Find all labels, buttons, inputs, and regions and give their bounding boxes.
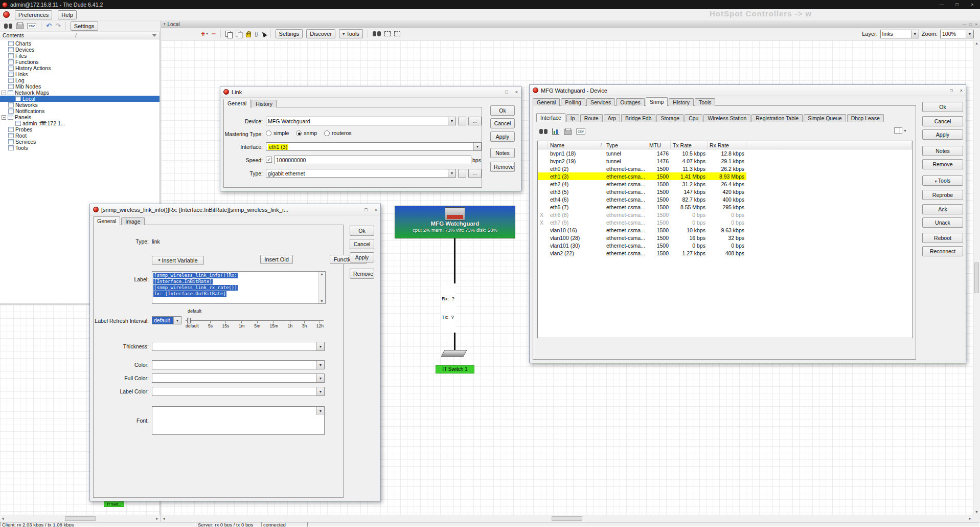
zoom-select-icon[interactable]	[384, 31, 391, 36]
pointer-tool-icon[interactable]	[260, 30, 267, 37]
dialog-button[interactable]: Reprobe	[922, 190, 963, 200]
collapse-icon[interactable]	[2, 115, 6, 120]
scroll-left-icon[interactable]: ◄	[162, 517, 166, 520]
redo-icon[interactable]: ↷	[55, 23, 61, 29]
dropdown-icon[interactable]: ▼	[316, 387, 324, 396]
dialog-button[interactable]: Unack	[922, 217, 963, 228]
chart-icon[interactable]	[552, 128, 559, 135]
dialog-tab[interactable]: Image	[121, 217, 144, 225]
dropdown-icon[interactable]: ▼	[448, 169, 455, 177]
insert-oid-button[interactable]: Insert Oid	[260, 255, 293, 264]
map-horizontal-scrollbar[interactable]: ◄ ►	[161, 515, 973, 522]
interface-select[interactable]: eth1 (3) ▼	[266, 142, 482, 151]
mtu-column-header[interactable]: MTU	[647, 141, 671, 149]
map-titlebar[interactable]: ▾ Local — □ ×	[161, 21, 980, 28]
mastering-radio[interactable]: routeros	[324, 130, 352, 136]
lock-icon[interactable]	[246, 33, 251, 37]
dialog-tab[interactable]: Outages	[616, 98, 645, 106]
device-select[interactable]: MFG Watchguard ▼	[266, 117, 456, 125]
menu-button[interactable]: Preferences	[15, 10, 52, 19]
dialog-button[interactable]: Ok	[350, 226, 374, 236]
csv-export-icon[interactable]: csv	[27, 23, 36, 29]
zoom-select[interactable]: 100% ▼	[940, 30, 974, 38]
dialog-button[interactable]: Apply	[350, 252, 374, 262]
scroll-left-icon[interactable]: ◄	[1, 517, 5, 520]
layer-select[interactable]: links ▼	[880, 30, 919, 38]
subtab[interactable]: Ip	[566, 114, 579, 122]
dialog-button[interactable]: Notes	[490, 148, 515, 158]
tree-item[interactable]: Networks	[0, 102, 159, 108]
type-column-header[interactable]: Type	[604, 141, 647, 149]
tree-item[interactable]: Files	[0, 53, 159, 59]
interface-row[interactable]: eth1 (3) ethernet-csma... 1500 1.41 Mbps…	[538, 172, 912, 180]
interface-row[interactable]: vlan101 (30) ethernet-csma... 1500 0 bps…	[538, 241, 912, 249]
scroll-right-icon[interactable]: ►	[968, 517, 972, 520]
refresh-interval-select[interactable]: default ▼	[152, 316, 181, 324]
slider-track[interactable]	[186, 320, 324, 321]
full-color-select[interactable]: ▼	[152, 374, 325, 383]
scroll-down-icon[interactable]: ▼	[320, 299, 324, 303]
scroll-thumb[interactable]	[65, 516, 96, 521]
dialog-tab[interactable]: History	[252, 100, 277, 107]
undo-icon[interactable]: ↶	[46, 23, 52, 29]
speed-checkbox[interactable]: ✓	[266, 157, 272, 163]
map-node-mfg-watchguard[interactable]: MFG Watchguard cpu: 2% mem: 73% virt: 73…	[395, 206, 515, 238]
interface-row[interactable]: vlan100 (28) ethernet-csma... 1500 16 bp…	[538, 234, 912, 241]
discover-button[interactable]: Discover	[306, 29, 335, 38]
name-column-header[interactable]: Name /	[548, 141, 604, 149]
dialog-tab[interactable]: Polling	[561, 98, 585, 106]
interface-row[interactable]: eth0 (2) ethernet-csma... 1500 11.3 kbps…	[538, 165, 912, 172]
label-textarea[interactable]: [snmp_wireless_link_info()]Rx:[Interface…	[152, 271, 326, 304]
tree-item[interactable]: Local	[0, 96, 159, 102]
dialog-button[interactable]: Remove	[350, 269, 374, 279]
subtab[interactable]: Arp	[604, 114, 620, 122]
remove-icon[interactable]: −	[212, 31, 216, 37]
dialog-tab[interactable]: Services	[586, 98, 615, 106]
column-chooser[interactable]: ▼	[894, 127, 907, 134]
radio-icon[interactable]	[324, 130, 330, 136]
rx-rate-column-header[interactable]: Rx Rate	[708, 141, 746, 149]
scroll-up-icon[interactable]: ▲	[975, 41, 978, 45]
subtab[interactable]: Cpu	[685, 114, 702, 122]
tree-item[interactable]: History Actions	[0, 65, 159, 71]
mastering-radio[interactable]: snmp	[296, 130, 317, 136]
link-type-select[interactable]: gigabit ethernet ▼	[266, 169, 456, 178]
scroll-down-icon[interactable]: ▼	[975, 510, 978, 514]
selection-tool-icon[interactable]: {}	[255, 31, 258, 37]
interface-row[interactable]: X eth6 (8) ethernet-csma... 1500 0 bps 0…	[538, 211, 912, 218]
map-close-icon[interactable]: ×	[975, 22, 977, 27]
device-browse-button[interactable]: ...	[468, 117, 482, 125]
dialog-close-icon[interactable]: ×	[515, 90, 518, 95]
maximize-button[interactable]: □	[949, 0, 965, 9]
tree-item[interactable]: Services	[0, 139, 159, 145]
map-find-icon[interactable]	[373, 31, 381, 37]
find-icon[interactable]	[539, 128, 548, 135]
dialog-button[interactable]: Ok	[922, 102, 963, 112]
dialog-button[interactable]: Tools	[922, 175, 963, 186]
map-menu-icon[interactable]: ▾	[164, 22, 166, 26]
interface-row[interactable]: bvpn1 (18) tunnel 1476 10.5 kbps 12.8 kb…	[538, 149, 912, 157]
map-settings-button[interactable]: Settings	[276, 29, 303, 38]
dialog-button[interactable]: Reconnect	[922, 246, 963, 256]
device-dialog-titlebar[interactable]: MFG Watchguard - Device □ ×	[530, 85, 966, 96]
color-select[interactable]: ▼	[152, 360, 325, 369]
interface-row[interactable]: eth5 (7) ethernet-csma... 1500 8.55 Mbps…	[538, 203, 912, 211]
subtab[interactable]: Wireless Station	[703, 114, 750, 122]
settings-button[interactable]: Settings	[71, 21, 98, 31]
tree-item[interactable]: Links	[0, 71, 159, 77]
dialog-button[interactable]: Cancel	[350, 239, 374, 249]
interface-row[interactable]: vlan2 (22) ethernet-csma... 1500 1.27 kb…	[538, 249, 912, 257]
tree-item[interactable]: Network Maps	[0, 90, 159, 96]
dialog-close-icon[interactable]: ×	[375, 207, 377, 212]
tree-item[interactable]: Charts	[0, 40, 159, 47]
subtab[interactable]: Route	[580, 114, 603, 122]
dialog-button[interactable]: Cancel	[490, 118, 515, 128]
tree-item[interactable]: Log	[0, 77, 159, 83]
textarea-scrollbar[interactable]: ▲ ▼	[318, 272, 325, 303]
print-icon[interactable]	[16, 24, 24, 29]
dropdown-icon[interactable]: ▼	[448, 117, 455, 125]
dialog-tab[interactable]: Tools	[695, 98, 716, 106]
tree-item[interactable]: Mib Nodes	[0, 83, 159, 90]
map-vertical-scrollbar[interactable]: ▲ ▼	[973, 40, 980, 515]
dropdown-icon[interactable]: ▼	[316, 374, 324, 382]
